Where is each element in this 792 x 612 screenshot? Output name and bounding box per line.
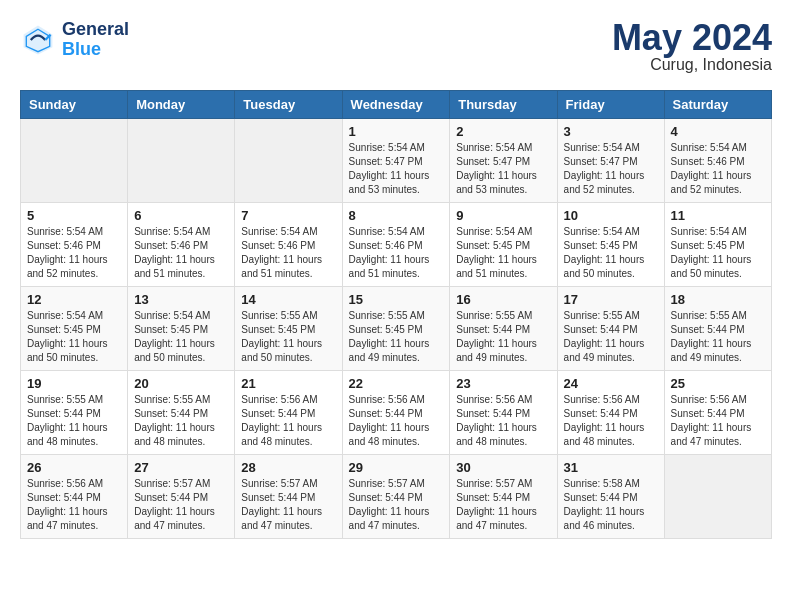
cell-info: Sunrise: 5:54 AM Sunset: 5:47 PM Dayligh…: [564, 141, 658, 197]
day-number: 4: [671, 124, 765, 139]
day-number: 1: [349, 124, 444, 139]
day-number: 29: [349, 460, 444, 475]
day-number: 17: [564, 292, 658, 307]
calendar-cell: 27Sunrise: 5:57 AM Sunset: 5:44 PM Dayli…: [128, 455, 235, 539]
calendar-cell: 31Sunrise: 5:58 AM Sunset: 5:44 PM Dayli…: [557, 455, 664, 539]
cell-info: Sunrise: 5:54 AM Sunset: 5:46 PM Dayligh…: [349, 225, 444, 281]
logo: GeneralBlue: [20, 20, 129, 60]
calendar-cell: 5Sunrise: 5:54 AM Sunset: 5:46 PM Daylig…: [21, 203, 128, 287]
day-number: 19: [27, 376, 121, 391]
day-number: 13: [134, 292, 228, 307]
calendar-cell: 12Sunrise: 5:54 AM Sunset: 5:45 PM Dayli…: [21, 287, 128, 371]
day-number: 9: [456, 208, 550, 223]
calendar-week-row: 26Sunrise: 5:56 AM Sunset: 5:44 PM Dayli…: [21, 455, 772, 539]
calendar-cell: 15Sunrise: 5:55 AM Sunset: 5:45 PM Dayli…: [342, 287, 450, 371]
calendar-cell: 2Sunrise: 5:54 AM Sunset: 5:47 PM Daylig…: [450, 119, 557, 203]
day-number: 24: [564, 376, 658, 391]
cell-info: Sunrise: 5:55 AM Sunset: 5:44 PM Dayligh…: [671, 309, 765, 365]
calendar-cell: 9Sunrise: 5:54 AM Sunset: 5:45 PM Daylig…: [450, 203, 557, 287]
day-number: 8: [349, 208, 444, 223]
cell-info: Sunrise: 5:55 AM Sunset: 5:44 PM Dayligh…: [134, 393, 228, 449]
calendar-cell: 30Sunrise: 5:57 AM Sunset: 5:44 PM Dayli…: [450, 455, 557, 539]
calendar-cell: 16Sunrise: 5:55 AM Sunset: 5:44 PM Dayli…: [450, 287, 557, 371]
day-number: 14: [241, 292, 335, 307]
day-of-week-header: Tuesday: [235, 91, 342, 119]
day-number: 16: [456, 292, 550, 307]
cell-info: Sunrise: 5:54 AM Sunset: 5:47 PM Dayligh…: [349, 141, 444, 197]
cell-info: Sunrise: 5:54 AM Sunset: 5:46 PM Dayligh…: [671, 141, 765, 197]
cell-info: Sunrise: 5:54 AM Sunset: 5:45 PM Dayligh…: [671, 225, 765, 281]
day-of-week-header: Sunday: [21, 91, 128, 119]
day-number: 20: [134, 376, 228, 391]
month-title: May 2024: [612, 20, 772, 56]
day-number: 10: [564, 208, 658, 223]
calendar-cell: [21, 119, 128, 203]
cell-info: Sunrise: 5:55 AM Sunset: 5:44 PM Dayligh…: [564, 309, 658, 365]
cell-info: Sunrise: 5:58 AM Sunset: 5:44 PM Dayligh…: [564, 477, 658, 533]
calendar-cell: 19Sunrise: 5:55 AM Sunset: 5:44 PM Dayli…: [21, 371, 128, 455]
calendar-cell: 3Sunrise: 5:54 AM Sunset: 5:47 PM Daylig…: [557, 119, 664, 203]
day-number: 25: [671, 376, 765, 391]
cell-info: Sunrise: 5:55 AM Sunset: 5:45 PM Dayligh…: [349, 309, 444, 365]
calendar-cell: 14Sunrise: 5:55 AM Sunset: 5:45 PM Dayli…: [235, 287, 342, 371]
calendar-cell: 4Sunrise: 5:54 AM Sunset: 5:46 PM Daylig…: [664, 119, 771, 203]
cell-info: Sunrise: 5:57 AM Sunset: 5:44 PM Dayligh…: [241, 477, 335, 533]
cell-info: Sunrise: 5:57 AM Sunset: 5:44 PM Dayligh…: [349, 477, 444, 533]
day-number: 22: [349, 376, 444, 391]
day-number: 18: [671, 292, 765, 307]
cell-info: Sunrise: 5:54 AM Sunset: 5:45 PM Dayligh…: [134, 309, 228, 365]
page-header: GeneralBlue May 2024 Curug, Indonesia: [20, 20, 772, 74]
calendar-cell: 29Sunrise: 5:57 AM Sunset: 5:44 PM Dayli…: [342, 455, 450, 539]
calendar-cell: 7Sunrise: 5:54 AM Sunset: 5:46 PM Daylig…: [235, 203, 342, 287]
day-number: 12: [27, 292, 121, 307]
cell-info: Sunrise: 5:54 AM Sunset: 5:45 PM Dayligh…: [456, 225, 550, 281]
day-number: 28: [241, 460, 335, 475]
cell-info: Sunrise: 5:55 AM Sunset: 5:45 PM Dayligh…: [241, 309, 335, 365]
calendar-cell: 23Sunrise: 5:56 AM Sunset: 5:44 PM Dayli…: [450, 371, 557, 455]
day-number: 11: [671, 208, 765, 223]
calendar-week-row: 1Sunrise: 5:54 AM Sunset: 5:47 PM Daylig…: [21, 119, 772, 203]
day-number: 26: [27, 460, 121, 475]
logo-text: GeneralBlue: [62, 20, 129, 60]
day-number: 3: [564, 124, 658, 139]
calendar-header-row: SundayMondayTuesdayWednesdayThursdayFrid…: [21, 91, 772, 119]
calendar-cell: 1Sunrise: 5:54 AM Sunset: 5:47 PM Daylig…: [342, 119, 450, 203]
day-number: 2: [456, 124, 550, 139]
cell-info: Sunrise: 5:54 AM Sunset: 5:46 PM Dayligh…: [134, 225, 228, 281]
cell-info: Sunrise: 5:55 AM Sunset: 5:44 PM Dayligh…: [27, 393, 121, 449]
cell-info: Sunrise: 5:56 AM Sunset: 5:44 PM Dayligh…: [27, 477, 121, 533]
calendar-cell: 21Sunrise: 5:56 AM Sunset: 5:44 PM Dayli…: [235, 371, 342, 455]
cell-info: Sunrise: 5:56 AM Sunset: 5:44 PM Dayligh…: [671, 393, 765, 449]
cell-info: Sunrise: 5:55 AM Sunset: 5:44 PM Dayligh…: [456, 309, 550, 365]
day-number: 15: [349, 292, 444, 307]
title-area: May 2024 Curug, Indonesia: [612, 20, 772, 74]
cell-info: Sunrise: 5:57 AM Sunset: 5:44 PM Dayligh…: [456, 477, 550, 533]
day-number: 23: [456, 376, 550, 391]
day-number: 6: [134, 208, 228, 223]
day-number: 21: [241, 376, 335, 391]
day-number: 30: [456, 460, 550, 475]
logo-icon: [20, 22, 56, 58]
cell-info: Sunrise: 5:56 AM Sunset: 5:44 PM Dayligh…: [241, 393, 335, 449]
day-of-week-header: Wednesday: [342, 91, 450, 119]
calendar-cell: 28Sunrise: 5:57 AM Sunset: 5:44 PM Dayli…: [235, 455, 342, 539]
cell-info: Sunrise: 5:56 AM Sunset: 5:44 PM Dayligh…: [456, 393, 550, 449]
cell-info: Sunrise: 5:54 AM Sunset: 5:46 PM Dayligh…: [241, 225, 335, 281]
cell-info: Sunrise: 5:57 AM Sunset: 5:44 PM Dayligh…: [134, 477, 228, 533]
cell-info: Sunrise: 5:54 AM Sunset: 5:45 PM Dayligh…: [27, 309, 121, 365]
day-number: 5: [27, 208, 121, 223]
cell-info: Sunrise: 5:54 AM Sunset: 5:46 PM Dayligh…: [27, 225, 121, 281]
day-number: 27: [134, 460, 228, 475]
subtitle: Curug, Indonesia: [612, 56, 772, 74]
day-number: 31: [564, 460, 658, 475]
calendar-cell: 11Sunrise: 5:54 AM Sunset: 5:45 PM Dayli…: [664, 203, 771, 287]
calendar-cell: [664, 455, 771, 539]
calendar-cell: 6Sunrise: 5:54 AM Sunset: 5:46 PM Daylig…: [128, 203, 235, 287]
calendar-cell: 8Sunrise: 5:54 AM Sunset: 5:46 PM Daylig…: [342, 203, 450, 287]
calendar-cell: [235, 119, 342, 203]
cell-info: Sunrise: 5:56 AM Sunset: 5:44 PM Dayligh…: [564, 393, 658, 449]
day-of-week-header: Thursday: [450, 91, 557, 119]
calendar-cell: [128, 119, 235, 203]
calendar-week-row: 19Sunrise: 5:55 AM Sunset: 5:44 PM Dayli…: [21, 371, 772, 455]
calendar-cell: 22Sunrise: 5:56 AM Sunset: 5:44 PM Dayli…: [342, 371, 450, 455]
